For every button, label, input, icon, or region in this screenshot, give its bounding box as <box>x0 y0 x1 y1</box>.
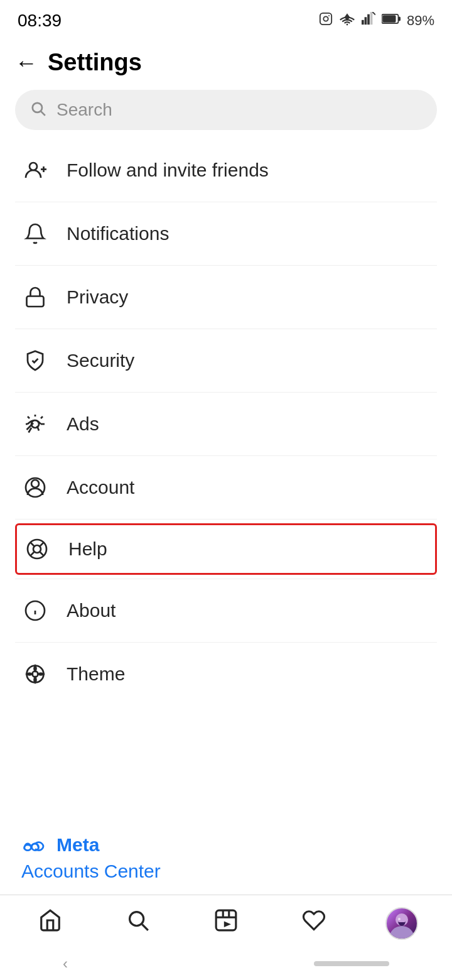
menu-item-help[interactable]: Help <box>15 523 437 575</box>
meta-logo-icon <box>21 837 49 853</box>
profile-avatar <box>385 907 418 940</box>
accounts-center-link[interactable]: Accounts Center <box>21 861 161 881</box>
svg-point-35 <box>130 912 144 926</box>
divider-6 <box>15 519 437 520</box>
svg-rect-37 <box>216 910 236 930</box>
nav-reels[interactable] <box>201 905 251 942</box>
meta-section: Meta Accounts Center <box>0 822 452 895</box>
meta-text: Meta <box>56 834 99 856</box>
svg-rect-8 <box>370 12 373 24</box>
svg-point-20 <box>31 480 39 487</box>
help-label: Help <box>68 538 107 560</box>
home-icon <box>38 908 62 938</box>
menu-item-account[interactable]: Account <box>15 460 437 515</box>
follow-icon <box>21 159 49 182</box>
divider-7 <box>15 579 437 579</box>
instagram-icon <box>319 12 333 30</box>
divider-5 <box>15 455 437 456</box>
status-icons: 89% <box>319 12 434 30</box>
svg-line-26 <box>40 542 43 546</box>
bottom-nav <box>0 895 452 950</box>
divider-1 <box>15 202 437 202</box>
svg-rect-0 <box>320 13 331 24</box>
page-title: Settings <box>48 49 142 76</box>
privacy-label: Privacy <box>67 286 128 308</box>
svg-rect-7 <box>367 14 370 24</box>
gesture-bar: ‹ <box>0 950 452 980</box>
svg-point-15 <box>30 163 37 170</box>
svg-line-27 <box>30 552 34 555</box>
svg-point-33 <box>24 845 31 851</box>
divider-8 <box>15 642 437 643</box>
gesture-pill <box>314 961 389 966</box>
meta-logo-row: Meta <box>21 834 431 856</box>
nav-likes[interactable] <box>289 905 339 942</box>
info-icon <box>21 599 49 622</box>
divider-2 <box>15 265 437 266</box>
notifications-label: Notifications <box>67 223 169 244</box>
nav-search[interactable] <box>113 905 163 942</box>
svg-marker-41 <box>224 922 231 928</box>
search-nav-icon <box>126 908 150 938</box>
svg-line-14 <box>41 111 45 116</box>
svg-line-9 <box>372 12 375 15</box>
battery-percentage: 89% <box>407 13 434 29</box>
svg-point-42 <box>389 926 414 939</box>
svg-point-4 <box>347 24 348 26</box>
search-container: Search <box>0 84 452 143</box>
nav-profile[interactable] <box>377 905 427 942</box>
svg-line-24 <box>30 542 34 546</box>
svg-rect-11 <box>382 15 396 22</box>
theme-label: Theme <box>67 663 125 685</box>
menu-item-about[interactable]: About <box>15 583 437 638</box>
ads-icon <box>21 413 49 435</box>
search-icon <box>30 101 46 119</box>
svg-rect-18 <box>27 297 44 307</box>
menu-item-ads[interactable]: Ads <box>15 396 437 452</box>
svg-line-25 <box>40 552 43 555</box>
search-placeholder: Search <box>56 100 112 120</box>
status-bar: 08:39 <box>0 0 452 38</box>
reels-icon <box>214 908 238 938</box>
wifi-icon <box>339 12 355 30</box>
svg-rect-12 <box>398 16 401 21</box>
heart-icon <box>302 908 326 938</box>
ads-label: Ads <box>67 413 99 435</box>
security-label: Security <box>67 350 134 371</box>
about-label: About <box>67 600 116 621</box>
menu-item-notifications[interactable]: Notifications <box>15 206 437 261</box>
person-icon <box>21 476 49 499</box>
divider-3 <box>15 329 437 329</box>
menu-item-security[interactable]: Security <box>15 333 437 388</box>
menu-item-privacy[interactable]: Privacy <box>15 270 437 325</box>
menu-item-follow[interactable]: Follow and invite friends <box>15 143 437 198</box>
lock-icon <box>21 286 49 308</box>
svg-point-1 <box>323 16 328 21</box>
follow-label: Follow and invite friends <box>67 160 269 181</box>
svg-line-36 <box>142 924 148 930</box>
svg-point-23 <box>33 545 41 553</box>
search-bar[interactable]: Search <box>15 90 437 130</box>
svg-rect-5 <box>362 20 364 24</box>
theme-icon <box>21 663 49 685</box>
lifebuoy-icon <box>23 538 51 560</box>
svg-point-13 <box>33 103 42 112</box>
menu-list: Follow and invite friends Notifications … <box>0 143 452 822</box>
account-label: Account <box>67 477 134 498</box>
battery-icon <box>382 13 401 29</box>
signal-icon <box>362 12 375 30</box>
svg-point-46 <box>398 918 401 920</box>
svg-rect-6 <box>365 17 367 24</box>
shield-icon <box>21 349 49 372</box>
nav-home[interactable] <box>25 905 75 942</box>
gesture-back-button[interactable]: ‹ <box>63 955 68 972</box>
divider-4 <box>15 392 437 393</box>
status-time: 08:39 <box>18 11 62 31</box>
header: ← Settings <box>0 38 452 84</box>
back-button[interactable]: ← <box>15 52 38 74</box>
menu-item-theme[interactable]: Theme <box>15 646 437 702</box>
bell-icon <box>21 222 49 245</box>
svg-point-2 <box>328 15 330 16</box>
